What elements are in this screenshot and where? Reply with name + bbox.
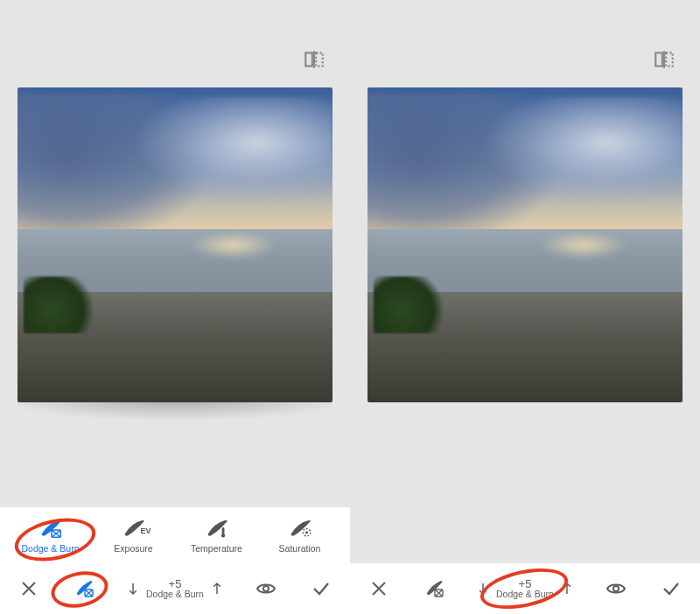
strength-stepper[interactable]: +5 Dodge & Burn bbox=[475, 578, 575, 600]
tool-label: Dodge & Burn bbox=[22, 543, 80, 554]
cancel-button[interactable] bbox=[16, 576, 42, 602]
tool-dodge-burn[interactable]: Dodge & Burn bbox=[16, 517, 86, 554]
editor-pane-left: Dodge & Burn EV Exposure Temperature bbox=[0, 0, 350, 614]
tool-label: Temperature bbox=[191, 543, 242, 554]
brush-icon bbox=[38, 517, 64, 540]
action-bar: +5 Dodge & Burn bbox=[350, 563, 700, 614]
photo-canvas[interactable] bbox=[18, 87, 332, 402]
cancel-button[interactable] bbox=[366, 576, 392, 602]
canvas-shadow bbox=[18, 402, 332, 437]
svg-point-14 bbox=[613, 586, 619, 591]
tool-saturation[interactable]: Saturation bbox=[265, 517, 335, 554]
stepper-display: +5 Dodge & Burn bbox=[146, 578, 204, 600]
canvas-area[interactable] bbox=[0, 87, 350, 402]
arrow-up-icon[interactable] bbox=[559, 581, 575, 597]
photo-canvas[interactable] bbox=[368, 87, 682, 402]
brush-mode-button[interactable] bbox=[71, 576, 97, 602]
brush-icon bbox=[204, 517, 230, 540]
tool-exposure[interactable]: EV Exposure bbox=[99, 517, 169, 554]
preview-button[interactable] bbox=[603, 576, 629, 602]
tool-label: Exposure bbox=[114, 543, 152, 554]
preview-button[interactable] bbox=[253, 576, 279, 602]
stepper-label: Dodge & Burn bbox=[496, 590, 554, 599]
arrow-down-icon[interactable] bbox=[475, 581, 491, 597]
svg-point-5 bbox=[220, 534, 224, 537]
svg-rect-2 bbox=[316, 52, 323, 66]
action-bar: +5 Dodge & Burn bbox=[0, 563, 350, 614]
canvas-area[interactable] bbox=[350, 87, 700, 402]
compare-button[interactable] bbox=[653, 48, 676, 71]
top-bar bbox=[350, 0, 700, 87]
apply-button[interactable] bbox=[308, 576, 334, 602]
brush-icon: EV bbox=[121, 517, 147, 540]
arrow-up-icon[interactable] bbox=[209, 581, 225, 597]
stepper-label: Dodge & Burn bbox=[146, 590, 204, 599]
svg-rect-4 bbox=[221, 527, 224, 534]
apply-button[interactable] bbox=[658, 576, 684, 602]
tool-temperature[interactable]: Temperature bbox=[182, 517, 252, 554]
compare-button[interactable] bbox=[303, 48, 326, 71]
brush-icon bbox=[287, 517, 313, 540]
svg-rect-0 bbox=[305, 52, 312, 66]
stepper-value: +5 bbox=[169, 578, 182, 590]
svg-point-7 bbox=[305, 531, 308, 534]
stepper-value: +5 bbox=[519, 578, 532, 590]
svg-rect-10 bbox=[655, 52, 662, 66]
arrow-down-icon[interactable] bbox=[125, 581, 141, 597]
editor-pane-right: +5 Dodge & Burn bbox=[350, 0, 700, 614]
top-bar bbox=[0, 0, 350, 87]
tool-sub: EV bbox=[140, 527, 150, 535]
svg-rect-12 bbox=[666, 52, 673, 66]
svg-point-9 bbox=[263, 586, 269, 591]
brush-tool-row: Dodge & Burn EV Exposure Temperature bbox=[0, 507, 350, 563]
stepper-display: +5 Dodge & Burn bbox=[496, 578, 554, 600]
tool-label: Saturation bbox=[279, 543, 321, 554]
brush-mode-button[interactable] bbox=[421, 576, 447, 602]
strength-stepper[interactable]: +5 Dodge & Burn bbox=[125, 578, 225, 600]
